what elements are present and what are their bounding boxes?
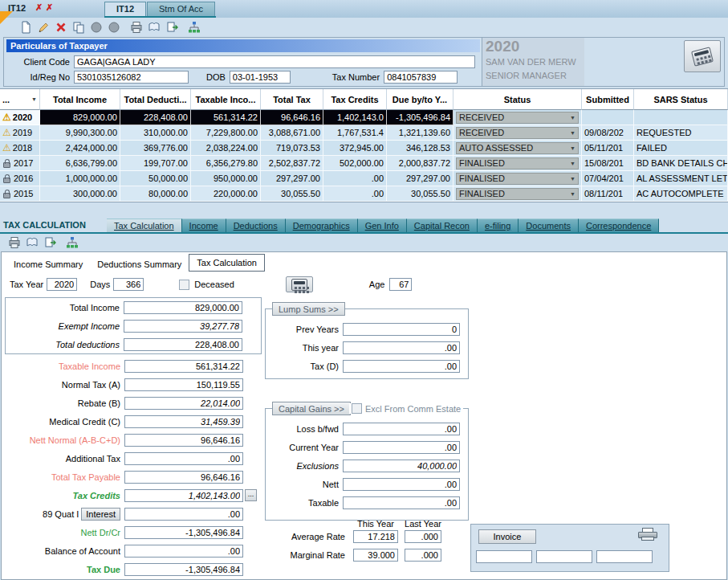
total-income-input[interactable] [124, 301, 242, 314]
tax-number-field[interactable] [384, 71, 458, 84]
tax-due-input[interactable] [124, 563, 243, 576]
close-all-icon[interactable]: ✗ [46, 2, 53, 13]
nett-normal-input[interactable] [124, 434, 243, 447]
tab-stm-of-acc[interactable]: Stm Of Acc [147, 2, 215, 16]
deceased-checkbox[interactable] [179, 280, 189, 290]
print-icon[interactable] [128, 19, 144, 35]
status-dropdown[interactable]: FINALISED▼ [456, 188, 579, 200]
marginal-rate-last-year-input[interactable] [405, 549, 441, 562]
grid-row-2016[interactable]: 2016 1,000,000.00 50,000.00 950,000.00 2… [0, 171, 728, 186]
col-submitted[interactable]: Submitted [582, 89, 634, 110]
col-sars-status[interactable]: SARS Status [634, 89, 728, 110]
status-dropdown[interactable]: RECEIVED▼ [456, 112, 579, 124]
invoice-field-3[interactable] [596, 550, 653, 563]
export-icon[interactable] [164, 19, 180, 35]
status-dropdown[interactable]: RECEIVED▼ [456, 127, 579, 139]
grid-row-2020[interactable]: ⚠2020 829,000.00 228,408.00 561,314.22 9… [0, 110, 728, 125]
grid-row-2019[interactable]: ⚠2019 9,990,300.00 310,000.00 7,229,800.… [0, 125, 728, 141]
lump-tax-input[interactable] [343, 360, 460, 373]
invoice-field-2[interactable] [536, 550, 592, 563]
client-code-field[interactable] [74, 55, 475, 68]
lump-sums-button[interactable]: Lump Sums >> [272, 302, 345, 316]
copy-icon[interactable] [71, 19, 87, 35]
tax-credits-input[interactable] [124, 489, 243, 502]
status-dropdown[interactable]: FINALISED▼ [456, 157, 579, 170]
nett-drcr-input[interactable] [124, 526, 243, 539]
taxable-cg-input[interactable] [343, 496, 460, 509]
invoice-field-1[interactable] [476, 550, 532, 563]
col-status[interactable]: Status [453, 89, 582, 110]
disabled-action-icon-2[interactable] [106, 19, 122, 35]
delete-icon[interactable] [53, 19, 69, 35]
calculator-button[interactable] [684, 40, 721, 72]
exclusions-input[interactable] [343, 460, 460, 472]
prev-years-input[interactable] [343, 323, 460, 336]
tab-capital-recon[interactable]: Capital Recon [407, 219, 478, 232]
tab-tax-calculation[interactable]: Tax Calculation [107, 219, 182, 232]
tab-deductions[interactable]: Deductions [226, 219, 286, 232]
total-deductions-input[interactable] [124, 338, 242, 351]
tree-view-icon[interactable] [186, 19, 202, 35]
export-icon[interactable] [42, 235, 58, 251]
dob-field[interactable] [230, 71, 291, 84]
total-tax-payable-input[interactable] [124, 471, 243, 484]
status-dropdown[interactable]: FINALISED▼ [456, 173, 579, 185]
disabled-action-icon-1[interactable] [88, 19, 104, 35]
average-rate-last-year-input[interactable] [405, 530, 441, 543]
preview-icon[interactable] [146, 19, 162, 35]
rebate-input[interactable] [124, 397, 243, 410]
grid-row-2017[interactable]: 2017 6,636,799.00 199,707.00 6,356,279.8… [0, 156, 728, 171]
consultant-info: 2020 SAM VAN DER MERW SENIOR MANAGER [482, 38, 584, 86]
col-total-income[interactable]: Total Income [40, 89, 120, 110]
marginal-rate-this-year-input[interactable] [353, 549, 398, 562]
this-year-lump-input[interactable] [343, 341, 460, 354]
balance-of-account-input[interactable] [124, 545, 243, 558]
tree-view-icon[interactable] [64, 235, 80, 251]
print-icon[interactable] [638, 528, 657, 541]
calculator-button-small[interactable] [286, 276, 313, 292]
loss-bfwd-input[interactable] [343, 423, 460, 435]
exempt-income-input[interactable] [124, 320, 242, 333]
grid-row-2018[interactable]: ⚠2018 2,424,000.00 369,776.00 2,038,224.… [0, 141, 728, 156]
tab-correspondence[interactable]: Correspondence [579, 219, 659, 232]
col-taxable-income[interactable]: Taxable Inco... [191, 89, 261, 110]
tab-income-summary[interactable]: Income Summary [6, 257, 90, 272]
status-dropdown[interactable]: AUTO ASSESSED▼ [456, 142, 579, 154]
grid-row-2015[interactable]: 2015 300,000.00 80,000.00 220,000.00 30,… [0, 186, 728, 202]
col-total-tax[interactable]: Total Tax [261, 89, 323, 110]
filter-header[interactable]: ...▼ [0, 89, 40, 110]
interest-input[interactable] [124, 508, 243, 521]
tab-income[interactable]: Income [182, 219, 226, 232]
edit-icon[interactable] [35, 19, 51, 35]
medical-credit-input[interactable] [124, 415, 243, 428]
preview-icon[interactable] [24, 235, 40, 251]
invoice-button[interactable]: Invoice [478, 529, 536, 544]
current-year-input[interactable] [343, 441, 460, 454]
col-total-deductions[interactable]: Total Deducti... [120, 89, 191, 110]
col-due[interactable]: Due by/to Y... [387, 89, 453, 110]
interest-button[interactable]: Interest [81, 508, 120, 521]
additional-tax-input[interactable] [124, 452, 243, 465]
tab-demographics[interactable]: Demographics [286, 219, 358, 232]
id-reg-field[interactable] [74, 71, 189, 84]
average-rate-this-year-input[interactable] [353, 530, 398, 543]
days-field[interactable] [113, 278, 144, 291]
excl-comm-estate-checkbox[interactable] [352, 403, 362, 414]
capital-gains-button[interactable]: Capital Gains >> [272, 402, 351, 415]
tab-tax-calculation-sub[interactable]: Tax Calculation [189, 254, 265, 272]
tab-deductions-summary[interactable]: Deductions Summary [90, 257, 189, 272]
tax-year-field[interactable] [47, 278, 77, 291]
nett-cg-input[interactable] [343, 478, 460, 491]
age-field[interactable] [389, 278, 412, 291]
tax-credits-detail-button[interactable]: ... [245, 489, 257, 501]
col-tax-credits[interactable]: Tax Credits [323, 89, 387, 110]
tab-gen-info[interactable]: Gen Info [358, 219, 407, 232]
taxable-income-input[interactable] [124, 360, 243, 373]
close-icon[interactable]: ✗ [35, 2, 43, 13]
new-document-icon[interactable] [18, 19, 34, 35]
print-icon[interactable] [6, 235, 22, 251]
tab-it12[interactable]: IT12 [104, 2, 146, 16]
tab-documents[interactable]: Documents [519, 219, 579, 232]
tab-e-filing[interactable]: e-filing [478, 219, 519, 232]
normal-tax-input[interactable] [124, 378, 243, 391]
